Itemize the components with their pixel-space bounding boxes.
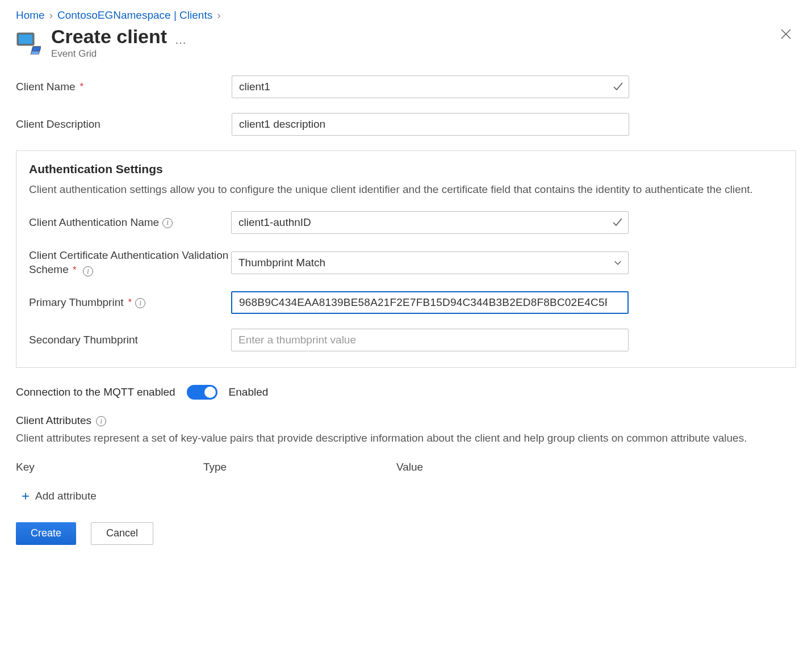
- client-attributes-title: Client Attributes: [16, 414, 91, 427]
- primary-thumbprint-input[interactable]: [231, 291, 629, 314]
- chevron-down-icon: [613, 258, 623, 271]
- info-icon[interactable]: i: [135, 298, 145, 308]
- plus-icon: +: [22, 489, 30, 503]
- client-attributes-header: Client Attributes i: [16, 414, 796, 427]
- required-marker: *: [128, 297, 132, 308]
- create-button[interactable]: Create: [16, 522, 76, 545]
- primary-thumbprint-row: Primary Thumbprint * i: [29, 291, 783, 314]
- close-button[interactable]: [776, 26, 796, 42]
- authn-name-input[interactable]: [231, 211, 629, 234]
- mqtt-toggle-label: Connection to the MQTT enabled: [16, 386, 175, 398]
- svg-marker-3: [32, 47, 41, 51]
- event-grid-icon: [16, 30, 41, 54]
- primary-thumbprint-label: Primary Thumbprint: [29, 296, 123, 309]
- svg-rect-1: [18, 34, 33, 44]
- mqtt-toggle[interactable]: [187, 385, 217, 400]
- authentication-settings-desc: Client authentication settings allow you…: [29, 182, 783, 198]
- client-attributes-desc: Client attributes represent a set of key…: [16, 430, 796, 446]
- secondary-thumbprint-input[interactable]: [231, 329, 629, 351]
- authn-name-label: Client Authentication Name: [29, 216, 159, 229]
- required-marker: *: [73, 265, 77, 275]
- mqtt-toggle-row: Connection to the MQTT enabled Enabled: [16, 385, 796, 400]
- chevron-right-icon: ›: [217, 9, 220, 22]
- client-description-label: Client Description: [16, 118, 101, 131]
- client-name-row: Client Name *: [16, 75, 796, 98]
- info-icon[interactable]: i: [162, 218, 173, 228]
- client-description-row: Client Description: [16, 113, 796, 136]
- mqtt-toggle-state: Enabled: [229, 386, 269, 398]
- authn-name-row: Client Authentication Name i: [29, 211, 783, 234]
- authentication-settings-title: Authentication Settings: [29, 162, 783, 176]
- authentication-settings-panel: Authentication Settings Client authentic…: [16, 150, 796, 368]
- add-attribute-button[interactable]: + Add attribute: [22, 489, 796, 503]
- info-icon[interactable]: i: [83, 266, 93, 276]
- check-icon: [612, 216, 623, 230]
- validation-scheme-row: Client Certificate Authentication Valida…: [29, 249, 783, 276]
- breadcrumb-home[interactable]: Home: [16, 9, 45, 22]
- secondary-thumbprint-label: Secondary Thumbprint: [29, 334, 138, 346]
- client-name-input[interactable]: [232, 75, 629, 98]
- breadcrumb-namespace-clients[interactable]: ContosoEGNamespace | Clients: [57, 9, 212, 22]
- more-actions-button[interactable]: ⋯: [175, 36, 187, 49]
- attributes-table-header: Key Type Value: [16, 461, 796, 473]
- client-name-label: Client Name: [16, 81, 76, 93]
- cancel-button[interactable]: Cancel: [91, 522, 153, 545]
- client-description-input[interactable]: [232, 113, 629, 136]
- validation-scheme-value: Thumbprint Match: [238, 257, 325, 269]
- attributes-col-value: Value: [396, 461, 796, 473]
- add-attribute-label: Add attribute: [35, 490, 97, 502]
- footer-actions: Create Cancel: [16, 522, 796, 545]
- page-subtitle: Event Grid: [51, 48, 187, 60]
- page-title: Create client: [51, 26, 167, 47]
- validation-scheme-select[interactable]: Thumbprint Match: [231, 251, 629, 274]
- attributes-col-key: Key: [16, 461, 203, 473]
- secondary-thumbprint-row: Secondary Thumbprint: [29, 329, 783, 351]
- breadcrumb: Home › ContosoEGNamespace | Clients ›: [16, 9, 796, 22]
- info-icon[interactable]: i: [96, 416, 106, 426]
- check-icon: [612, 81, 623, 95]
- chevron-right-icon: ›: [49, 9, 53, 22]
- required-marker: *: [80, 81, 84, 93]
- attributes-col-type: Type: [203, 461, 396, 473]
- validation-scheme-label: Client Certificate Authentication Valida…: [29, 249, 228, 275]
- page-title-row: Create client ⋯ Event Grid: [16, 26, 796, 60]
